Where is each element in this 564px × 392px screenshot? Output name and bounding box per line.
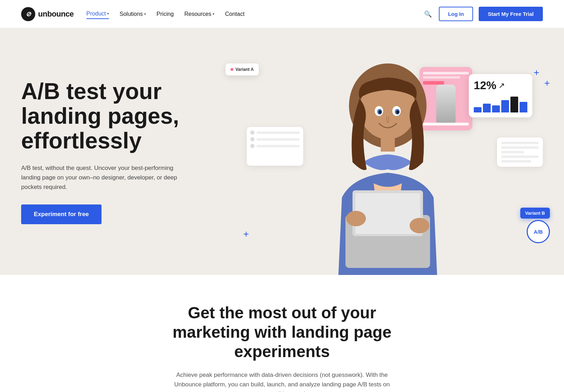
content-line-4: [501, 155, 539, 158]
content-line-5: [501, 160, 531, 163]
ab-icon-label: A/B: [534, 229, 543, 235]
person-illustration: [307, 63, 469, 275]
trial-button[interactable]: Start My Free Trial: [479, 7, 543, 21]
nav-solutions[interactable]: Solutions ▾: [119, 10, 146, 19]
experiment-button[interactable]: Experiment for free: [21, 204, 102, 224]
nav-right: 🔍 Log In Start My Free Trial: [423, 7, 543, 21]
chevron-down-icon: ▾: [107, 12, 109, 16]
chart-bar-2: [483, 104, 491, 112]
variant-a-dot: [231, 68, 233, 71]
chart-bar-1: [474, 107, 482, 112]
analytics-chart: [474, 95, 527, 112]
abstract-bar: [257, 131, 300, 134]
logo-icon: ⊘: [21, 7, 35, 21]
analytics-percent: 12%: [474, 79, 496, 92]
variant-a-badge: Variant A: [226, 63, 259, 75]
plus-icon-3: +: [243, 228, 249, 240]
navbar: ⊘ unbounce Product ▾ Solutions ▾ Pricing…: [0, 0, 564, 28]
plus-icon-1: +: [534, 67, 539, 78]
variant-b-badge: Variant B: [520, 208, 550, 219]
abstract-row-2: [250, 137, 300, 141]
section-2: Get the most out of your marketing with …: [0, 275, 564, 392]
plus-icon-2: +: [544, 78, 550, 89]
nav-resources[interactable]: Resources ▾: [184, 10, 214, 19]
nav-links: Product ▾ Solutions ▾ Pricing Resources …: [86, 9, 245, 19]
content-line-1: [501, 142, 539, 144]
logo-text: unbounce: [38, 10, 74, 19]
analytics-header: 12% ↗: [474, 79, 527, 92]
svg-point-10: [379, 110, 381, 114]
analytics-card: 12% ↗: [469, 74, 532, 117]
svg-point-12: [346, 211, 366, 226]
person-svg: [307, 63, 469, 275]
analytics-arrow-icon: ↗: [498, 81, 505, 90]
nav-product[interactable]: Product ▾: [86, 9, 109, 19]
chart-bar-4: [501, 100, 509, 112]
hero-subtitle: A/B test, without the quest. Uncover you…: [21, 163, 190, 192]
variant-a-label: Variant A: [235, 67, 254, 72]
section-2-subtitle: Achieve peak performance with data-drive…: [173, 370, 391, 392]
content-line-3: [501, 151, 524, 153]
svg-point-11: [396, 110, 399, 114]
abstract-bar-3: [257, 145, 300, 147]
content-card: [497, 137, 543, 167]
abstract-row-3: [250, 144, 300, 148]
hero-title: A/B test your landing pages, effortlessl…: [21, 79, 233, 153]
abstract-dot-3: [250, 144, 255, 148]
section-2-title: Get the most out of your marketing with …: [148, 303, 416, 362]
chart-bar-5: [510, 97, 518, 112]
abstract-dot: [250, 130, 255, 135]
search-button[interactable]: 🔍: [423, 9, 433, 19]
login-button[interactable]: Log In: [439, 7, 473, 21]
variant-b-label: Variant B: [525, 210, 545, 216]
search-icon: 🔍: [424, 11, 432, 18]
svg-point-13: [410, 218, 429, 233]
nav-pricing[interactable]: Pricing: [157, 10, 174, 19]
abstract-card: [247, 127, 303, 166]
content-line-2: [501, 146, 539, 149]
chevron-down-icon: ▾: [144, 12, 146, 16]
hero-section: A/B test your landing pages, effortlessl…: [0, 28, 564, 275]
logo[interactable]: ⊘ unbounce: [21, 7, 74, 21]
chart-bar-3: [492, 105, 500, 112]
abstract-bar-2: [257, 138, 300, 141]
hero-illustration: Variant A + + + 12% ↗: [233, 49, 543, 275]
abstract-dot-2: [250, 137, 255, 141]
abstract-row-1: [250, 130, 300, 135]
svg-rect-5: [381, 134, 395, 152]
nav-contact[interactable]: Contact: [225, 10, 244, 19]
chart-bar-6: [520, 102, 527, 112]
hero-content: A/B test your landing pages, effortlessl…: [21, 79, 233, 246]
nav-left: ⊘ unbounce Product ▾ Solutions ▾ Pricing…: [21, 7, 245, 21]
chevron-down-icon: ▾: [213, 12, 214, 16]
ab-icon: A/B: [527, 220, 550, 243]
